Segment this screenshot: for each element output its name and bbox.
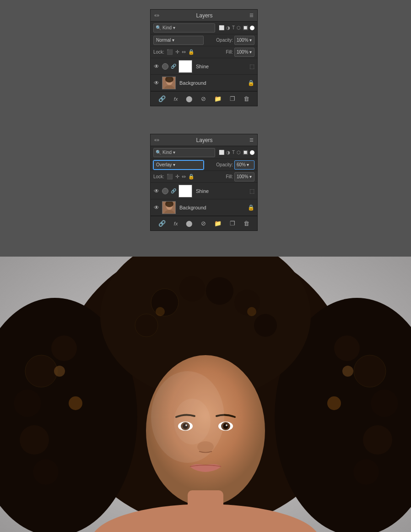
panel-2-bg-name: Background: [179, 205, 206, 210]
panel-2-shine-extra: ⬚: [249, 188, 254, 194]
panel-2-fill-group: Fill: 100% ▾: [226, 172, 254, 181]
panel-2-filter-icons: ⬜ ◑ T ⬡ 🔲: [219, 150, 248, 155]
svg-point-35: [33, 459, 59, 485]
svg-point-32: [25, 355, 57, 387]
svg-point-24: [226, 424, 227, 426]
panel-2-menu[interactable]: ☰: [249, 137, 254, 143]
panel-2-opacity-input[interactable]: 60% ▾: [234, 160, 254, 170]
panel-2-lock-all[interactable]: 🔒: [188, 174, 195, 180]
panel-1-delete-icon[interactable]: 🗑: [242, 94, 251, 103]
panel-1-folder-icon[interactable]: 📁: [212, 94, 223, 103]
panel-1-menu[interactable]: ☰: [249, 13, 254, 18]
panel-2-double-arrow[interactable]: «»: [154, 137, 159, 143]
svg-point-43: [54, 366, 65, 377]
svg-point-37: [354, 355, 386, 387]
panel-1-bg-name: Background: [179, 80, 206, 86]
panel-2-noentry-icon[interactable]: ⊘: [199, 219, 208, 228]
panel-2-blend-dropdown[interactable]: Overlay ▾: [153, 160, 204, 170]
panel-1-opacity-input[interactable]: 100% ▾: [234, 36, 254, 45]
panel-2-opacity-chevron: ▾: [247, 162, 249, 167]
panel-2-filter-text[interactable]: T: [232, 150, 235, 155]
portrait-area: [0, 257, 411, 532]
panel-1-blend-dropdown[interactable]: Normal ▾: [153, 36, 204, 45]
panel-2-adjust-icon[interactable]: ⬤: [184, 219, 195, 228]
panel-1-link-icon[interactable]: 🔗: [157, 94, 168, 103]
panel-1-adjust-icon[interactable]: ⬤: [184, 94, 195, 103]
svg-point-45: [342, 366, 353, 377]
panel-1-header: «» Layers ☰: [151, 10, 257, 22]
panel-1-lock-pixel[interactable]: ⬛: [167, 49, 173, 55]
panel-1-copy-icon[interactable]: ❐: [228, 94, 237, 103]
panel-1-filter-text[interactable]: T: [232, 25, 235, 30]
panel-2-lock-pixel[interactable]: ⬛: [167, 174, 173, 180]
panel-2-fx-icon[interactable]: fx: [172, 220, 180, 227]
panel-1-opacity-chevron: ▾: [249, 38, 252, 43]
panel-1-fill-chevron: ▾: [249, 49, 252, 55]
panel-1-filter-smart[interactable]: 🔲: [243, 25, 248, 30]
panel-1-layer-background[interactable]: 👁 Background 🔒: [151, 75, 257, 91]
panel-2-blend-chevron: ▾: [173, 162, 175, 167]
svg-point-33: [14, 389, 41, 417]
panel-1-layers-list: 👁 🔗 Shine ⬚ 👁 Background 🔒: [151, 58, 257, 91]
svg-point-42: [69, 396, 82, 410]
panel-2-layer-background[interactable]: 👁 Background 🔒: [151, 199, 257, 216]
svg-point-39: [363, 425, 392, 455]
panel-1-filter-adjust[interactable]: ◑: [226, 25, 230, 30]
panel-1-noentry-icon[interactable]: ⊘: [199, 94, 208, 103]
panel-2-blend-row: Overlay ▾ Opacity: 60% ▾: [151, 159, 257, 171]
svg-point-40: [353, 459, 379, 485]
svg-point-26: [135, 314, 158, 337]
panel-1-lock-move[interactable]: ✛: [175, 49, 179, 55]
panel-1-filter-pixel[interactable]: ⬜: [219, 25, 224, 30]
panel-2-header: «» Layers ☰: [151, 134, 257, 146]
svg-point-38: [371, 389, 398, 417]
panel-2-fill-chevron: ▾: [249, 174, 252, 179]
panel-2-bg-visibility[interactable]: 👁: [153, 204, 160, 211]
panel-2-shine-visibility[interactable]: 👁: [153, 188, 160, 194]
panel-2-copy-icon[interactable]: ❐: [228, 219, 237, 228]
panel-2-filter-pixel[interactable]: ⬜: [219, 150, 224, 155]
panel-1-bg-visibility[interactable]: 👁: [153, 80, 160, 86]
panel-1-kind-chevron: ▾: [173, 25, 175, 30]
panel-1-shine-name: Shine: [196, 64, 209, 69]
panel-2-opacity-group: Opacity: 60% ▾: [216, 160, 254, 170]
panel-2-fill-input[interactable]: 100% ▾: [234, 172, 254, 181]
portrait-svg: [0, 257, 411, 532]
panel-1-shine-extra: ⬚: [249, 63, 254, 70]
panel-2-collapse-icons: «»: [154, 137, 159, 143]
panel-1-lock-row: Lock: ⬛ ✛ ⇔ 🔒 Fill: 100% ▾: [151, 46, 257, 58]
svg-point-36: [51, 335, 77, 361]
panel-1-blend-chevron: ▾: [172, 38, 174, 43]
panel-1-bg-lock: 🔒: [248, 80, 254, 86]
panel-1-double-arrow[interactable]: «»: [154, 13, 159, 18]
panel-1-shine-visibility[interactable]: 👁: [153, 63, 160, 70]
panel-1-layer-shine[interactable]: 👁 🔗 Shine ⬚: [151, 58, 257, 75]
layers-panel-2: «» Layers ☰ 🔍 Kind ▾ ⬜ ◑ T ⬡ 🔲 Overlay ▾…: [150, 134, 258, 231]
panel-2-filter-smart[interactable]: 🔲: [243, 150, 248, 155]
panel-2-filter-shape[interactable]: ⬡: [237, 150, 241, 155]
panel-1-lock-artboard[interactable]: ⇔: [182, 49, 186, 55]
panel-1-fill-input[interactable]: 100% ▾: [234, 48, 254, 57]
layers-panel-1: «» Layers ☰ 🔍 Kind ▾ ⬜ ◑ T ⬡ 🔲 Normal ▾ …: [150, 9, 258, 106]
panel-2-lock-move[interactable]: ✛: [175, 174, 179, 180]
panel-1-shine-link: 🔗: [171, 64, 176, 69]
panel-1-filter-shape[interactable]: ⬡: [237, 25, 241, 30]
svg-point-29: [206, 277, 233, 305]
panel-2-kind-dropdown[interactable]: 🔍 Kind ▾: [153, 148, 215, 157]
panel-2-filter-row: 🔍 Kind ▾ ⬜ ◑ T ⬡ 🔲: [151, 146, 257, 159]
panel-1-lock-icons: ⬛ ✛ ⇔ 🔒: [167, 49, 195, 55]
svg-point-47: [247, 307, 256, 316]
panel-1-lock-all[interactable]: 🔒: [188, 49, 195, 55]
panel-1-kind-dropdown[interactable]: 🔍 Kind ▾: [153, 23, 215, 33]
panel-2-link-icon[interactable]: 🔗: [157, 219, 168, 228]
panel-2-dot: [250, 150, 254, 155]
svg-point-41: [334, 335, 360, 361]
panel-1-filter-row: 🔍 Kind ▾ ⬜ ◑ T ⬡ 🔲: [151, 22, 257, 34]
panel-2-filter-adjust[interactable]: ◑: [226, 150, 230, 155]
panel-2-lock-artboard[interactable]: ⇔: [182, 174, 186, 180]
panel-1-fx-icon[interactable]: fx: [172, 95, 180, 103]
panel-2-layer-shine[interactable]: 👁 🔗 Shine ⬚: [151, 183, 257, 199]
panel-2-folder-icon[interactable]: 📁: [212, 219, 223, 228]
panel-1-shine-thumb: [178, 60, 192, 73]
panel-2-delete-icon[interactable]: 🗑: [242, 219, 251, 228]
